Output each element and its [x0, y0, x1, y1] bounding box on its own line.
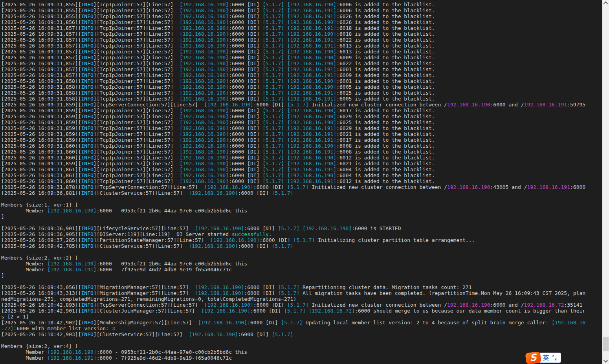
log-line: [2025-05-26 16:10:42,901][INFO][ClusterJ… [1, 308, 602, 314]
log-line: Member [192.168.16.190]:6000 - 0953cf21-… [1, 261, 602, 267]
scrollbar[interactable] [602, 0, 609, 364]
ime-punctuation-toggle[interactable]: ’, [552, 354, 557, 361]
log-line: Member [192.168.16.190]:6000 - 0953cf21-… [1, 208, 602, 214]
log-line: [2025-05-26 16:09:31,860][INFO][TcpIpJoi… [1, 178, 602, 184]
log-line: [2025-05-26 16:09:31,861][INFO][TcpIpJoi… [1, 166, 602, 172]
log-line: s [2 > 1] [1, 314, 602, 320]
chevron-up-icon [603, 2, 608, 7]
ime-toolbar[interactable]: S 英 ’, [526, 351, 561, 364]
log-line: Member [192.168.16.191]:6000 - 7f925e9d-… [1, 355, 602, 361]
log-line: ] [1, 273, 602, 278]
log-line: [2025-05-26 16:09:43,056][INFO][Migratio… [1, 284, 602, 290]
log-line: Members {size:2, ver:2} [ [1, 255, 602, 261]
log-line: [2025-05-26 16:09:31,857][INFO][TcpIpJoi… [1, 49, 602, 55]
log-line [1, 337, 602, 343]
log-line [1, 219, 602, 225]
log-line: [2025-05-26 16:09:31,859][INFO][TcpIpJoi… [1, 113, 602, 119]
log-line: [2025-05-26 16:09:31,857][INFO][TcpIpJoi… [1, 55, 602, 60]
log-line: [2025-05-26 16:09:31,858][INFO][TcpIpJoi… [1, 96, 602, 102]
ime-status-box: 英 ’, [539, 353, 561, 363]
log-line: Member [192.168.16.191]:6000 - 7f925e9d-… [1, 267, 602, 273]
log-line: [2025-05-26 16:09:31,857][INFO][TcpIpJoi… [1, 66, 602, 72]
log-line: Member [192.168.16.190]:6000 - 0953cf21-… [1, 349, 602, 355]
log-line: [2025-05-26 16:09:31,859][INFO][TcpIpJoi… [1, 161, 602, 166]
log-line: [2025-05-26 16:09:31,857][INFO][TcpIpJoi… [1, 25, 602, 31]
log-line: [2025-05-26 16:10:42,903][INFO][ClusterS… [1, 331, 602, 337]
log-line: [2025-05-26 16:09:31,860][INFO][TcpIpJoi… [1, 155, 602, 161]
log-line [1, 196, 602, 202]
log-line: [2025-05-26 16:09:31,855][INFO][TcpIpJoi… [1, 7, 602, 13]
log-line [1, 278, 602, 284]
log-line: [2025-05-26 16:09:31,857][INFO][TcpIpJoi… [1, 60, 602, 66]
log-line: [2025-05-26 16:09:31,855][INFO][TcpIpJoi… [1, 2, 602, 7]
log-line: [2025-05-26 16:10:42,893][INFO][TcpServe… [1, 302, 602, 308]
log-line: [2025-05-26 16:09:31,859][INFO][TcpIpJoi… [1, 108, 602, 113]
log-line: [2025-05-26 16:09:31,858][INFO][TcpIpJoi… [1, 78, 602, 84]
log-line: Members {size:2, ver:4} [ [1, 343, 602, 349]
log-line: Members {size:1, ver:1} [ [1, 202, 602, 208]
log-line: [2025-05-26 16:09:31,856][INFO][TcpIpJoi… [1, 19, 602, 25]
log-line: ] [1, 214, 602, 219]
log-line: [2025-05-26 16:09:31,860][INFO][TcpIpJoi… [1, 143, 602, 149]
log-line: .72]:6000 with member list version: 3 [1, 326, 602, 331]
scrollbar-down-button[interactable] [602, 357, 609, 364]
log-line: [2025-05-26 16:09:37,285][INFO][Partitio… [1, 237, 602, 243]
log-line: [2025-05-26 16:09:31,861][INFO][TcpIpJoi… [1, 172, 602, 178]
ime-language-toggle[interactable]: 英 [543, 354, 549, 362]
log-line: [2025-05-26 16:10:42,902][INFO][Membersh… [1, 320, 602, 326]
log-line: [2025-05-26 16:09:36,881][INFO][ClusterS… [1, 190, 602, 196]
scrollbar-thumb[interactable] [603, 337, 609, 351]
log-line: [2025-05-26 16:09:31,857][INFO][TcpIpJoi… [1, 43, 602, 49]
log-line [1, 249, 602, 255]
chevron-down-icon [603, 358, 608, 363]
log-line: [2025-05-26 16:09:31,859][INFO][TcpIpJoi… [1, 131, 602, 137]
log-line: [2025-05-26 16:09:31,860][INFO][TcpIpJoi… [1, 149, 602, 155]
scrollbar-up-button[interactable] [602, 0, 609, 7]
log-line: [2025-05-26 16:09:31,858][INFO][TcpIpJoi… [1, 90, 602, 96]
log-line: [2025-05-26 16:09:31,859][INFO][TcpIpJoi… [1, 137, 602, 143]
log-line: [2025-05-26 16:09:31,857][INFO][TcpIpJoi… [1, 31, 602, 37]
log-line: [2025-05-26 16:09:43,313][INFO][Migratio… [1, 290, 602, 296]
log-line: nedMigrations=271, completedMigrations=2… [1, 296, 602, 302]
log-line: [2025-05-26 16:09:36,905][INFO][DIServer… [1, 231, 602, 237]
log-line: [2025-05-26 16:09:31,857][INFO][TcpIpJoi… [1, 72, 602, 78]
log-line: [2025-05-26 16:09:31,859][INFO][TcpIpJoi… [1, 119, 602, 125]
log-line: [2025-05-26 16:09:31,858][INFO][TcpIpJoi… [1, 84, 602, 90]
log-line: [2025-05-26 16:09:31,857][INFO][TcpIpJoi… [1, 37, 602, 43]
log-line: [2025-05-26 16:09:42,785][INFO][ClusterS… [1, 243, 602, 249]
log-line: [2025-05-26 16:09:31,859][INFO][TcpIpJoi… [1, 125, 602, 131]
sogou-logo-icon[interactable]: S [525, 351, 541, 364]
log-line: [2025-05-26 16:09:31,859][INFO][TcpServe… [1, 102, 602, 108]
log-line: [2025-05-26 16:09:31,855][INFO][TcpIpJoi… [1, 13, 602, 19]
log-line: [2025-05-26 16:09:31,878][INFO][TcpServe… [1, 184, 602, 190]
terminal-output[interactable]: [2025-05-26 16:09:31,855][INFO][TcpIpJoi… [0, 0, 602, 364]
log-line: [2025-05-26 16:09:36,901][INFO][Lifecycl… [1, 225, 602, 231]
